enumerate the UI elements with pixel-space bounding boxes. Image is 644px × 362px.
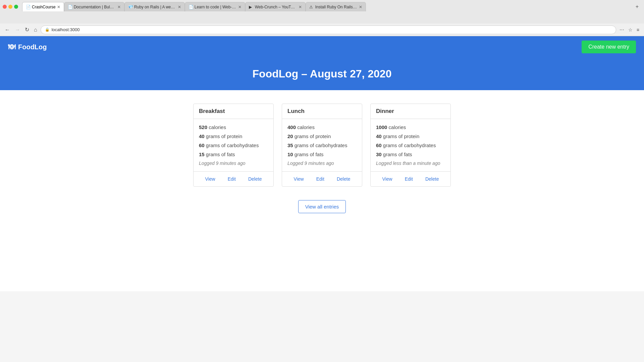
traffic-lights <box>3 5 18 9</box>
fats-label-2: grams of fats <box>383 152 412 157</box>
tab-favicon-1: 📄 <box>68 5 72 9</box>
logged-time-2: Logged less than a minute ago <box>376 161 445 166</box>
browser-tab-4[interactable]: ▶ Web-Crunch – YouTube ✕ <box>245 2 306 11</box>
meal-card-body-2: 1000 calories 40 grams of protein 60 gra… <box>371 119 450 171</box>
create-new-entry-button[interactable]: Create new entry <box>582 41 636 53</box>
fats-row-2: 30 grams of fats <box>376 152 445 157</box>
delete-button-2[interactable]: Delete <box>423 175 441 183</box>
meal-card-dinner: Dinner 1000 calories 40 grams of protein… <box>370 104 451 187</box>
tab-label-3: Learn to code | Web-Crunch <box>195 5 237 9</box>
meal-card-footer-1: View Edit Delete <box>282 171 362 186</box>
protein-row-2: 40 grams of protein <box>376 133 445 139</box>
protein-value-2: 40 <box>376 133 382 139</box>
edit-button-1[interactable]: Edit <box>314 175 327 183</box>
tab-close-0[interactable]: ✕ <box>57 5 60 9</box>
address-bar[interactable]: 🔒 localhost:3000 <box>41 25 616 34</box>
fats-label-0: grams of fats <box>206 152 235 157</box>
logged-time-0: Logged 9 minutes ago <box>199 161 268 166</box>
browser-tab-2[interactable]: 💎 Ruby on Rails | A web-applicati... ✕ <box>124 2 185 11</box>
meal-card-header-0: Breakfast <box>194 104 273 119</box>
forward-button[interactable]: → <box>13 26 21 34</box>
browser-titlebar: 📄 CrashCourse ✕ 📄 Documentation | Bulma:… <box>0 0 644 11</box>
meal-card-header-1: Lunch <box>282 104 362 119</box>
meal-card-breakfast: Breakfast 520 calories 40 grams of prote… <box>193 104 274 187</box>
carbs-label-0: grams of carbohydrates <box>206 142 259 148</box>
menu-button[interactable]: ≡ <box>635 26 641 33</box>
close-traffic-light[interactable] <box>3 5 7 9</box>
tab-favicon-5: ⚠ <box>309 5 314 9</box>
fats-value-0: 15 <box>199 152 205 157</box>
app-navbar: 🍽 FoodLog Create new entry <box>0 36 644 58</box>
view-all-entries-button[interactable]: View all entries <box>298 200 346 213</box>
meal-card-body-1: 400 calories 20 grams of protein 35 gram… <box>282 119 362 171</box>
back-button[interactable]: ← <box>3 26 11 34</box>
app-brand: 🍽 FoodLog <box>8 43 47 51</box>
tab-label-4: Web-Crunch – YouTube <box>255 5 297 9</box>
view-all-container: View all entries <box>7 200 637 213</box>
brand-name: FoodLog <box>18 43 47 51</box>
protein-value-1: 20 <box>287 133 293 139</box>
browser-toolbar: ← → ↻ ⌂ 🔒 localhost:3000 ⋯ ☆ ≡ <box>0 23 644 36</box>
minimize-traffic-light[interactable] <box>8 5 12 9</box>
tab-close-2[interactable]: ✕ <box>178 5 181 9</box>
meal-card-footer-2: View Edit Delete <box>371 171 450 186</box>
url-text: localhost:3000 <box>52 27 612 32</box>
home-button[interactable]: ⌂ <box>33 26 39 34</box>
carbs-row-0: 60 grams of carbohydrates <box>199 142 268 148</box>
meal-card-header-2: Dinner <box>371 104 450 119</box>
extensions-button[interactable]: ⋯ <box>618 26 626 33</box>
meal-card-footer-0: View Edit Delete <box>194 171 273 186</box>
tab-favicon-3: 📄 <box>189 5 193 9</box>
calories-value-2: 1000 <box>376 124 387 130</box>
browser-tab-1[interactable]: 📄 Documentation | Bulma: Free... ✕ <box>64 2 124 11</box>
tab-close-5[interactable]: ✕ <box>359 5 362 9</box>
lock-icon: 🔒 <box>45 27 50 32</box>
view-button-2[interactable]: View <box>380 175 395 183</box>
fats-row-0: 15 grams of fats <box>199 152 268 157</box>
calories-label-1: calories <box>297 124 315 130</box>
tab-favicon-4: ▶ <box>249 5 254 9</box>
tab-close-4[interactable]: ✕ <box>299 5 302 9</box>
brand-icon: 🍽 <box>8 43 15 51</box>
protein-label-0: grams of protein <box>206 133 242 139</box>
new-tab-button[interactable]: + <box>633 2 641 11</box>
browser-tab-0[interactable]: 📄 CrashCourse ✕ <box>22 2 64 11</box>
meals-container: Breakfast 520 calories 40 grams of prote… <box>138 104 506 187</box>
browser-chrome: 📄 CrashCourse ✕ 📄 Documentation | Bulma:… <box>0 0 644 23</box>
carbs-value-2: 60 <box>376 142 382 148</box>
bookmark-button[interactable]: ☆ <box>627 26 634 33</box>
edit-button-0[interactable]: Edit <box>225 175 238 183</box>
refresh-button[interactable]: ↻ <box>23 26 31 34</box>
calories-value-0: 520 <box>199 124 207 130</box>
calories-row-1: 400 calories <box>287 124 357 130</box>
fats-value-1: 10 <box>287 152 293 157</box>
carbs-label-2: grams of carbohydrates <box>383 142 436 148</box>
meal-card-body-0: 520 calories 40 grams of protein 60 gram… <box>194 119 273 171</box>
carbs-row-2: 60 grams of carbohydrates <box>376 142 445 148</box>
browser-tab-3[interactable]: 📄 Learn to code | Web-Crunch ✕ <box>185 2 245 11</box>
carbs-value-1: 35 <box>287 142 293 148</box>
maximize-traffic-light[interactable] <box>14 5 18 9</box>
calories-label-0: calories <box>209 124 226 130</box>
carbs-row-1: 35 grams of carbohydrates <box>287 142 357 148</box>
logged-time-1: Logged 9 minutes ago <box>287 161 357 166</box>
view-button-1[interactable]: View <box>291 175 307 183</box>
tab-close-3[interactable]: ✕ <box>238 5 241 9</box>
tab-favicon-0: 📄 <box>26 5 31 9</box>
browser-tab-5[interactable]: ⚠ Install Ruby On Rails on macO... ✕ <box>306 2 366 11</box>
calories-row-0: 520 calories <box>199 124 268 130</box>
tab-close-1[interactable]: ✕ <box>117 5 121 9</box>
protein-row-0: 40 grams of protein <box>199 133 268 139</box>
tab-favicon-2: 💎 <box>128 5 133 9</box>
carbs-value-0: 60 <box>199 142 205 148</box>
fats-row-1: 10 grams of fats <box>287 152 357 157</box>
delete-button-0[interactable]: Delete <box>246 175 264 183</box>
calories-value-1: 400 <box>287 124 296 130</box>
page-hero: FoodLog – August 27, 2020 <box>0 58 644 90</box>
delete-button-1[interactable]: Delete <box>334 175 353 183</box>
page-body: Breakfast 520 calories 40 grams of prote… <box>0 90 644 291</box>
meal-card-lunch: Lunch 400 calories 20 grams of protein 3… <box>282 104 362 187</box>
edit-button-2[interactable]: Edit <box>402 175 416 183</box>
view-button-0[interactable]: View <box>203 175 218 183</box>
tab-label-2: Ruby on Rails | A web-applicati... <box>134 5 176 9</box>
